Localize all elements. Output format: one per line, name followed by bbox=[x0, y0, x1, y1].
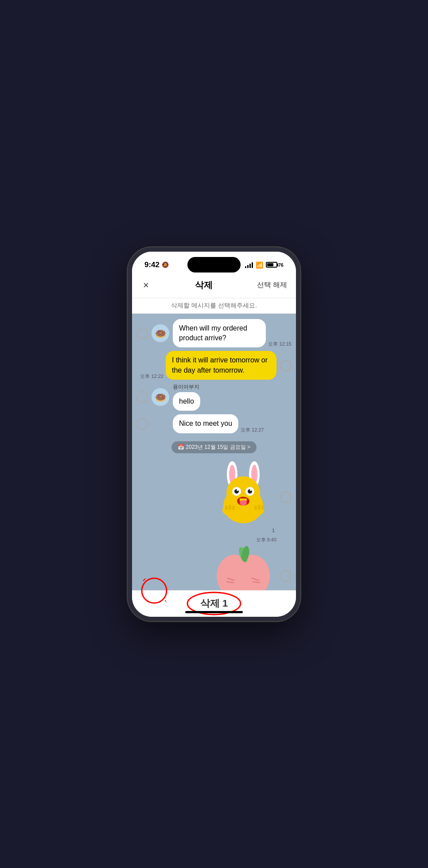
time-label: 오후 12:22 bbox=[140, 373, 163, 380]
table-row: 오후 12:22 I think it will arrive tomorrow… bbox=[136, 351, 292, 380]
msg-with-time: 오후 12:22 I think it will arrive tomorrow… bbox=[140, 351, 276, 380]
select-circle-6[interactable] bbox=[280, 570, 292, 582]
select-circle-4[interactable] bbox=[136, 418, 148, 430]
svg-rect-25 bbox=[258, 505, 261, 510]
message-bubble: hello bbox=[173, 392, 200, 411]
table-row: 🍩 When will my ordered product arrive? 오… bbox=[136, 319, 292, 348]
top-bar: × 삭제 선택 해제 bbox=[132, 274, 296, 298]
svg-point-18 bbox=[240, 500, 247, 506]
svg-rect-24 bbox=[254, 506, 257, 510]
message-bubble: I think it will arrive tomorrow or the d… bbox=[166, 351, 276, 380]
battery-icon: 76 bbox=[266, 262, 284, 268]
select-circle-3[interactable] bbox=[136, 391, 148, 403]
msg-group: hello bbox=[173, 392, 200, 411]
avatar: 🍩 bbox=[152, 324, 169, 342]
time-label: 오후 9:40 bbox=[256, 537, 276, 543]
msg-with-time: Nice to meet you 오후 12:27 bbox=[173, 414, 264, 433]
table-row: 🍩 용이아부지 hello bbox=[136, 383, 292, 411]
svg-rect-23 bbox=[232, 506, 235, 510]
instruction-text: 삭제할 메시지를 선택해주세요. bbox=[132, 298, 296, 314]
svg-text:🍩: 🍩 bbox=[155, 328, 166, 339]
page-title: 삭제 bbox=[195, 279, 213, 291]
svg-text:🍩: 🍩 bbox=[155, 392, 166, 403]
bell-icon: 🔕 bbox=[162, 261, 169, 268]
signal-icon bbox=[245, 262, 253, 268]
table-row: Nice to meet you 오후 12:27 bbox=[136, 414, 292, 433]
wifi-icon: 📶 bbox=[256, 261, 263, 269]
time-label: 오후 12:15 bbox=[268, 341, 292, 347]
sender-name: 용이아부지 bbox=[173, 383, 200, 391]
select-circle-2[interactable] bbox=[280, 360, 292, 371]
message-bubble: Nice to meet you bbox=[173, 414, 238, 433]
dynamic-island bbox=[187, 257, 241, 272]
chat-area: 🍩 When will my ordered product arrive? 오… bbox=[132, 314, 296, 590]
select-circle-5[interactable] bbox=[280, 491, 292, 503]
avatar: 🍩 bbox=[152, 388, 169, 406]
time-label: 오후 12:27 bbox=[241, 427, 264, 433]
delete-label: 삭제 1 bbox=[200, 597, 228, 610]
table-row: 오후 9:40 bbox=[136, 537, 292, 590]
message-bubble: When will my ordered product arrive? bbox=[173, 319, 266, 348]
delete-button[interactable]: 삭제 1 bbox=[192, 595, 236, 612]
table-row: 1 bbox=[136, 461, 292, 533]
sticker-bunny bbox=[210, 461, 276, 528]
date-divider: 📅 2023년 12월 15일 금요일 > bbox=[136, 441, 292, 453]
sticker-count: 1 bbox=[272, 528, 276, 533]
status-time: 9:42 🔕 bbox=[144, 261, 169, 269]
msg-with-time: When will my ordered product arrive? 오후 … bbox=[173, 319, 292, 348]
svg-line-42 bbox=[165, 600, 167, 603]
time-display: 9:42 bbox=[144, 261, 160, 269]
sticker-peach bbox=[210, 545, 276, 590]
status-right: 📶 76 bbox=[245, 261, 284, 269]
battery-level: 76 bbox=[278, 262, 284, 268]
svg-rect-26 bbox=[261, 506, 264, 510]
home-indicator bbox=[185, 611, 243, 613]
select-circle-1[interactable] bbox=[136, 327, 148, 339]
close-button[interactable]: × bbox=[141, 277, 151, 293]
sender-group: 용이아부지 hello bbox=[173, 383, 200, 411]
svg-point-15 bbox=[250, 489, 252, 491]
svg-rect-21 bbox=[225, 506, 228, 510]
svg-rect-22 bbox=[229, 505, 231, 510]
deselect-button[interactable]: 선택 해제 bbox=[257, 280, 287, 290]
date-pill[interactable]: 📅 2023년 12월 15일 금요일 > bbox=[171, 441, 257, 453]
svg-point-14 bbox=[237, 489, 238, 491]
